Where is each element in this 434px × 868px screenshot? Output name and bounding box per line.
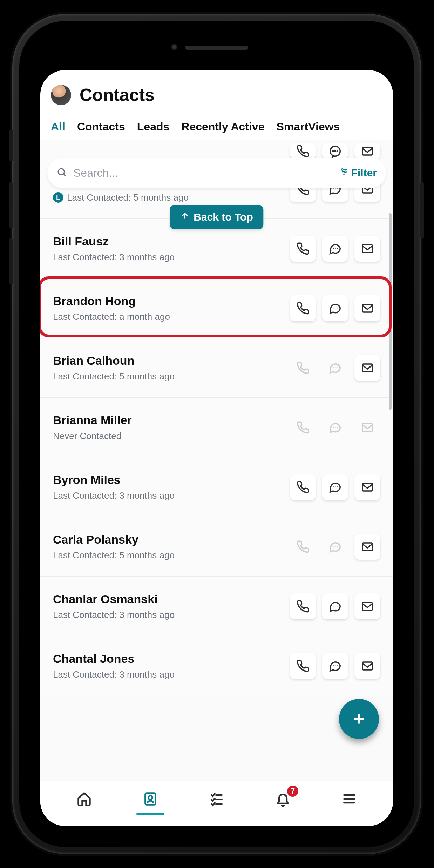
contact-meta-text: Last Contacted: 3 months ago bbox=[53, 669, 175, 680]
call-button[interactable] bbox=[290, 593, 316, 619]
contact-row[interactable]: Brianna Miller Never Contacted bbox=[40, 398, 393, 457]
svg-point-7 bbox=[337, 188, 338, 189]
contact-meta-text: Last Contacted: 3 months ago bbox=[53, 490, 175, 501]
svg-rect-36 bbox=[362, 602, 373, 610]
svg-rect-4 bbox=[362, 147, 373, 155]
svg-point-31 bbox=[337, 546, 338, 547]
tab-contacts[interactable]: Contacts bbox=[77, 120, 125, 133]
tab-recently-active[interactable]: Recently Active bbox=[181, 120, 264, 133]
contact-meta: Last Contacted: 3 months ago bbox=[53, 490, 290, 501]
svg-rect-16 bbox=[362, 304, 373, 312]
contact-meta: Never Contacted bbox=[53, 431, 290, 442]
contact-meta-text: Last Contacted: 5 months ago bbox=[53, 371, 175, 382]
email-button bbox=[354, 415, 380, 440]
svg-point-5 bbox=[333, 188, 334, 189]
nav-notifications[interactable]: 7 bbox=[272, 789, 293, 810]
svg-point-27 bbox=[337, 486, 338, 487]
home-icon bbox=[76, 791, 92, 808]
contact-meta-text: Last Contacted: 5 months ago bbox=[53, 550, 175, 561]
svg-rect-40 bbox=[362, 662, 373, 670]
email-button[interactable] bbox=[354, 355, 380, 381]
svg-rect-32 bbox=[362, 543, 373, 550]
nav-tasks[interactable] bbox=[206, 789, 227, 810]
contact-meta-text: Last Contacted: 5 months ago bbox=[67, 192, 189, 203]
svg-point-23 bbox=[337, 427, 338, 428]
text-button[interactable] bbox=[322, 143, 348, 159]
tab-leads[interactable]: Leads bbox=[137, 120, 169, 133]
contacts-scroll[interactable]: Beth Ravin Bill Jones L bbox=[40, 140, 393, 781]
contact-row[interactable]: Brian Calhoun Last Contacted: 5 months a… bbox=[40, 338, 393, 398]
email-button[interactable] bbox=[354, 474, 380, 500]
back-to-top-button[interactable]: Back to Top bbox=[170, 205, 263, 229]
contact-name: Bill Fausz bbox=[53, 235, 290, 248]
contact-name: Brandon Hong bbox=[53, 294, 290, 308]
svg-point-15 bbox=[337, 308, 338, 308]
contact-row[interactable]: Byron Miles Last Contacted: 3 months ago bbox=[40, 457, 393, 517]
contact-meta: Last Contacted: 5 months ago bbox=[53, 371, 290, 382]
svg-point-13 bbox=[333, 308, 334, 308]
svg-point-42 bbox=[341, 169, 343, 170]
back-to-top-label: Back to Top bbox=[194, 211, 253, 223]
text-button[interactable] bbox=[322, 295, 348, 321]
svg-point-2 bbox=[335, 151, 335, 152]
add-button[interactable] bbox=[339, 699, 379, 739]
contact-meta-text: Last Contacted: a month ago bbox=[53, 311, 170, 322]
email-button[interactable] bbox=[354, 143, 380, 159]
email-button[interactable] bbox=[354, 295, 380, 321]
call-button[interactable] bbox=[290, 143, 316, 159]
svg-point-3 bbox=[337, 151, 338, 152]
search-icon bbox=[56, 167, 67, 179]
contact-name: Brianna Miller bbox=[53, 413, 290, 427]
email-button[interactable] bbox=[354, 236, 380, 262]
svg-rect-20 bbox=[362, 364, 373, 371]
contact-row[interactable]: Chantal Jones Last Contacted: 3 months a… bbox=[40, 636, 393, 696]
text-button[interactable] bbox=[322, 593, 348, 619]
contact-meta: L Last Contacted: 5 months ago bbox=[53, 192, 290, 203]
svg-point-26 bbox=[335, 486, 336, 487]
contact-name: Brian Calhoun bbox=[53, 354, 290, 368]
contact-row[interactable]: Carla Polansky Last Contacted: 5 months … bbox=[40, 517, 393, 577]
contact-name: Chantal Jones bbox=[53, 652, 290, 666]
email-button[interactable] bbox=[354, 534, 380, 560]
svg-point-14 bbox=[335, 308, 336, 308]
text-button[interactable] bbox=[322, 653, 348, 679]
email-button[interactable] bbox=[354, 653, 380, 679]
call-button[interactable] bbox=[290, 474, 316, 500]
email-button[interactable] bbox=[354, 593, 380, 619]
plus-icon bbox=[351, 711, 367, 728]
notifications-badge: 7 bbox=[287, 786, 298, 797]
scrollbar-thumb[interactable] bbox=[389, 213, 392, 410]
call-button[interactable] bbox=[290, 295, 316, 321]
contact-actions bbox=[290, 534, 380, 560]
svg-point-29 bbox=[333, 546, 334, 547]
tasks-icon bbox=[209, 791, 224, 808]
text-button[interactable] bbox=[322, 474, 348, 500]
call-button bbox=[290, 534, 316, 560]
page-title: Contacts bbox=[80, 85, 155, 105]
svg-point-43 bbox=[345, 171, 346, 173]
svg-point-34 bbox=[335, 606, 336, 606]
filter-button[interactable]: Filter bbox=[339, 167, 377, 179]
nav-home[interactable] bbox=[74, 789, 95, 810]
text-button[interactable] bbox=[322, 236, 348, 262]
contact-row[interactable]: Chanlar Osmanski Last Contacted: 3 month… bbox=[40, 577, 393, 636]
call-button[interactable] bbox=[290, 653, 316, 679]
tab-all[interactable]: All bbox=[51, 120, 65, 133]
tab-smartviews[interactable]: SmartViews bbox=[276, 120, 340, 133]
svg-point-25 bbox=[333, 486, 334, 487]
svg-point-37 bbox=[333, 665, 334, 666]
contact-actions bbox=[290, 295, 380, 321]
call-button[interactable] bbox=[290, 236, 316, 262]
menu-icon bbox=[341, 791, 357, 808]
search-input[interactable] bbox=[73, 167, 339, 180]
svg-point-41 bbox=[58, 169, 65, 175]
svg-point-30 bbox=[335, 546, 336, 547]
nav-contacts[interactable] bbox=[140, 789, 161, 810]
text-button bbox=[322, 355, 348, 381]
contact-name: Byron Miles bbox=[53, 473, 290, 487]
contact-row[interactable]: Beth Ravin bbox=[40, 140, 393, 159]
svg-point-1 bbox=[333, 151, 333, 152]
nav-menu[interactable] bbox=[339, 789, 360, 810]
avatar[interactable] bbox=[51, 85, 71, 105]
contact-row[interactable]: Brandon Hong Last Contacted: a month ago bbox=[40, 278, 393, 338]
